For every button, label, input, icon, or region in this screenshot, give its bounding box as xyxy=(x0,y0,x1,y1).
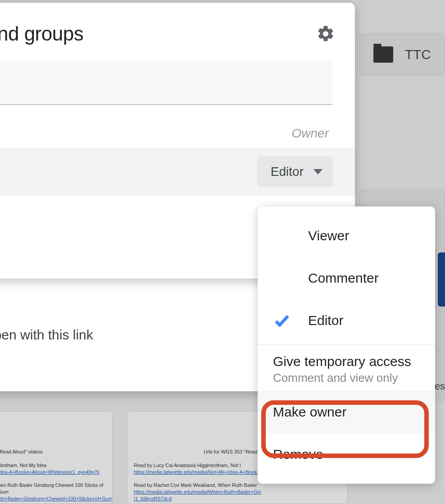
role-dropdown-menu: Viewer Commenter Editor Give temporary a… xyxy=(258,206,435,484)
menu-item-sublabel: Comment and view only xyxy=(273,371,398,385)
menu-item-label: Remove xyxy=(273,447,323,462)
owner-role-label: Owner xyxy=(292,126,329,141)
menu-item-make-owner[interactable]: Make owner xyxy=(258,391,435,433)
share-modal-title: and groups xyxy=(0,23,83,45)
folder-card-ttc: TTC xyxy=(359,33,445,76)
link-description: open with this link xyxy=(0,327,93,343)
menu-item-label: Commenter xyxy=(308,270,379,286)
folder-label: TTC xyxy=(405,47,431,62)
role-chip-label: Editor xyxy=(271,165,304,179)
side-text: es xyxy=(435,380,445,392)
doc-card-1: "Read Aloud" videos nbotham, Not My Idea… xyxy=(0,411,113,504)
collaborator-row: Editor xyxy=(0,148,355,196)
people-groups-input[interactable] xyxy=(0,60,332,105)
menu-divider xyxy=(258,344,435,345)
folder-icon xyxy=(373,46,393,63)
menu-item-remove[interactable]: Remove xyxy=(258,433,435,476)
check-icon xyxy=(273,312,291,330)
menu-item-label: Editor xyxy=(308,313,343,328)
chevron-down-icon xyxy=(313,169,322,174)
menu-item-viewer[interactable]: Viewer xyxy=(258,215,435,257)
role-dropdown-trigger[interactable]: Editor xyxy=(257,156,333,187)
menu-item-editor[interactable]: Editor xyxy=(258,299,435,342)
menu-item-label: Make owner xyxy=(273,404,346,420)
menu-item-label: Viewer xyxy=(308,228,349,243)
menu-item-commenter[interactable]: Commenter xyxy=(258,257,435,299)
side-panel-tab xyxy=(438,252,445,307)
gear-icon[interactable] xyxy=(316,24,335,43)
menu-item-label: Give temporary access xyxy=(273,354,411,369)
menu-item-temporary-access[interactable]: Give temporary access Comment and view o… xyxy=(258,348,435,391)
